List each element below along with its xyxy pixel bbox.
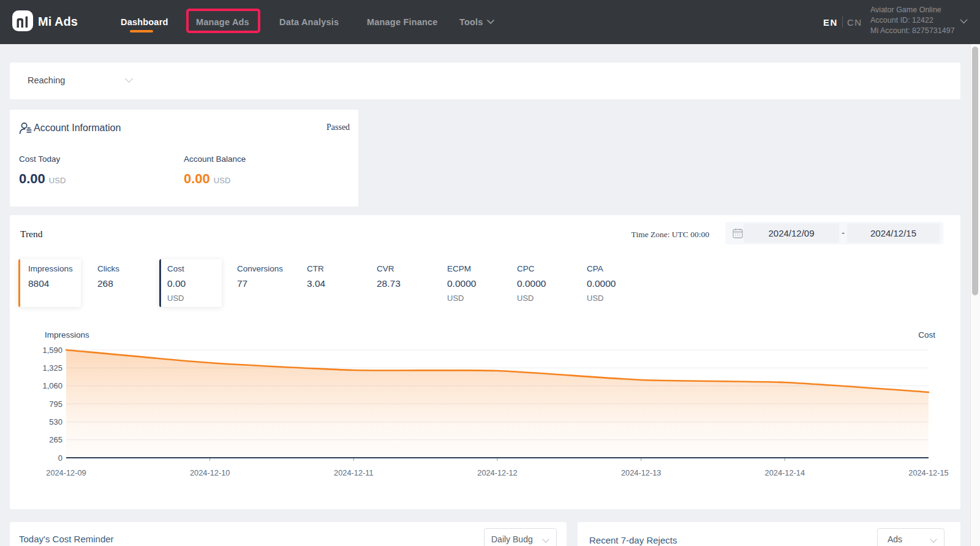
svg-text:0: 0 <box>58 453 62 463</box>
svg-text:2024-12-13: 2024-12-13 <box>621 468 661 477</box>
svg-text:2024-12-12: 2024-12-12 <box>477 468 517 477</box>
svg-text:795: 795 <box>49 400 62 409</box>
svg-text:1,325: 1,325 <box>42 363 62 373</box>
svg-text:2024-12-10: 2024-12-10 <box>190 468 230 477</box>
svg-text:Cost: Cost <box>918 330 935 339</box>
svg-text:2024-12-11: 2024-12-11 <box>334 468 374 477</box>
svg-text:2024-12-09: 2024-12-09 <box>46 468 86 477</box>
svg-text:1,060: 1,060 <box>42 381 62 390</box>
svg-text:2024-12-14: 2024-12-14 <box>765 468 805 477</box>
svg-text:Impressions: Impressions <box>45 330 89 339</box>
svg-text:530: 530 <box>49 417 62 427</box>
svg-text:1,590: 1,590 <box>42 346 62 355</box>
svg-text:265: 265 <box>49 435 62 444</box>
svg-text:2024-12-15: 2024-12-15 <box>908 468 948 477</box>
